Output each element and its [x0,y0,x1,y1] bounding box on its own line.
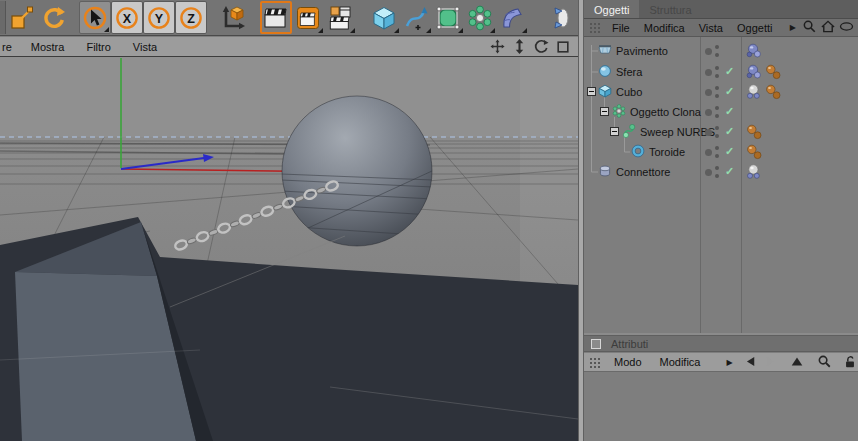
tree-item-label[interactable]: Toroide [649,146,685,158]
tree-expander-icon[interactable] [587,87,596,96]
om-menu-vista[interactable]: Vista [692,22,730,34]
tab-struttura[interactable]: Struttura [639,0,701,18]
panel-grip-icon[interactable] [589,357,602,368]
enabled-checkmark[interactable]: ✓ [725,85,734,98]
maximize-view-icon[interactable] [554,39,572,55]
render-visibility-dot[interactable] [715,53,719,57]
menu-item-partial[interactable]: re [0,41,20,53]
menu-overflow-icon[interactable]: ▶ [787,23,799,32]
render-visibility-dot[interactable] [715,134,719,138]
attr-menu-modo[interactable]: Modo [605,356,651,368]
render-visibility-dot[interactable] [715,114,719,118]
enabled-checkmark[interactable]: ✓ [725,105,734,118]
render-visibility-dot[interactable] [715,94,719,98]
menu-item-mostra[interactable]: Mostra [20,41,76,53]
render-view-button[interactable] [260,1,292,34]
clipped-particle-button[interactable] [540,1,572,34]
tree-expander-icon[interactable] [610,127,619,136]
spline-pen-button[interactable] [400,1,432,34]
tree-item-toroide[interactable]: Toroide✓ [584,142,858,162]
enable-dot[interactable] [705,48,712,55]
om-menu-file[interactable]: File [605,22,637,34]
enable-dot[interactable] [705,109,712,116]
zoom-view-icon[interactable] [510,39,528,55]
tree-item-label[interactable]: Connettore [616,166,670,178]
editor-visibility-dot[interactable] [715,126,719,130]
search-icon[interactable] [817,354,832,371]
history-back-icon[interactable] [744,355,758,370]
tree-item-pavimento[interactable]: Pavimento [584,41,858,61]
render-settings-button[interactable] [292,1,324,34]
enable-dot[interactable] [705,169,712,176]
attr-menu-modifica[interactable]: Modifica [651,356,710,368]
lock-icon[interactable] [843,354,857,371]
tag-blue-cluster[interactable] [745,63,763,81]
viewport-3d[interactable] [0,57,578,441]
coordinate-system-button[interactable] [216,1,248,34]
bend-deformer-button[interactable] [496,1,528,34]
tree-expander-icon[interactable] [600,107,609,116]
render-visibility-dot[interactable] [715,74,719,78]
tag-gray-cluster[interactable] [745,163,763,181]
bend-icon [499,5,525,31]
tree-item-label[interactable]: Cubo [616,86,642,98]
tag-orange-pair[interactable] [764,83,782,101]
om-menu-oggetti[interactable]: Oggetti [730,22,779,34]
menu-overflow-icon[interactable]: ▶ [724,358,736,367]
enabled-checkmark[interactable]: ✓ [725,125,734,138]
up-level-icon[interactable] [790,355,804,370]
editor-visibility-dot[interactable] [715,45,719,49]
live-selection-button[interactable] [79,1,111,34]
search-icon[interactable] [802,19,817,36]
pan-view-icon[interactable] [488,39,506,55]
om-menu-modifica[interactable]: Modifica [637,22,692,34]
rotate-view-icon[interactable] [532,39,550,55]
render-visibility-dot[interactable] [715,154,719,158]
editor-visibility-dot[interactable] [715,166,719,170]
tag-orange-pair[interactable] [745,143,763,161]
menu-item-filtro[interactable]: Filtro [75,41,121,53]
tree-item-connettore[interactable]: Connettore✓ [584,162,858,182]
editor-visibility-dot[interactable] [715,106,719,110]
scene-canvas [0,57,578,441]
scale-tool-button[interactable] [6,1,38,34]
enable-dot[interactable] [705,149,712,156]
home-icon[interactable] [820,19,836,36]
tag-orange-pair[interactable] [764,63,782,81]
menu-item-vista[interactable]: Vista [122,41,168,53]
add-cube-button[interactable] [368,1,400,34]
tree-item-label[interactable]: Oggetto Clona [630,106,701,118]
enable-dot[interactable] [705,129,712,136]
render-visibility-dot[interactable] [715,174,719,178]
lock-x-axis-button[interactable]: X [111,1,143,34]
editor-visibility-dot[interactable] [715,86,719,90]
rotate-tool-button[interactable] [38,1,70,34]
enable-dot[interactable] [705,69,712,76]
tag-blue-cluster[interactable] [745,42,763,60]
tag-gray-cluster[interactable] [745,83,763,101]
enabled-checkmark[interactable]: ✓ [725,65,734,78]
enable-dot[interactable] [705,89,712,96]
history-forward-icon[interactable] [763,355,777,370]
tab-oggetti[interactable]: Oggetti [584,0,639,18]
enabled-checkmark[interactable]: ✓ [725,145,734,158]
editor-visibility-dot[interactable] [715,66,719,70]
tree-item-sfera[interactable]: Sfera✓ [584,62,858,82]
eye-icon[interactable] [839,19,854,36]
tree-item-oggetto-clona[interactable]: Oggetto Clona✓ [584,102,858,122]
tag-orange-pair[interactable] [745,123,763,141]
lock-z-axis-button[interactable]: Z [175,1,207,34]
floor-object-icon [598,43,612,59]
tree-item-label[interactable]: Pavimento [616,45,668,57]
array-object-button[interactable] [464,1,496,34]
tree-item-label[interactable]: Sweep NURBS [640,126,715,138]
edit-render-settings-button[interactable] [324,1,356,34]
tree-item-label[interactable]: Sfera [616,66,642,78]
subdivision-surface-button[interactable] [432,1,464,34]
editor-visibility-dot[interactable] [715,146,719,150]
enabled-checkmark[interactable]: ✓ [725,165,734,178]
tree-item-cubo[interactable]: Cubo✓ [584,82,858,102]
tree-item-sweep-nurbs[interactable]: Sweep NURBS✓ [584,122,858,142]
panel-grip-icon[interactable] [589,22,602,33]
lock-y-axis-button[interactable]: Y [143,1,175,34]
